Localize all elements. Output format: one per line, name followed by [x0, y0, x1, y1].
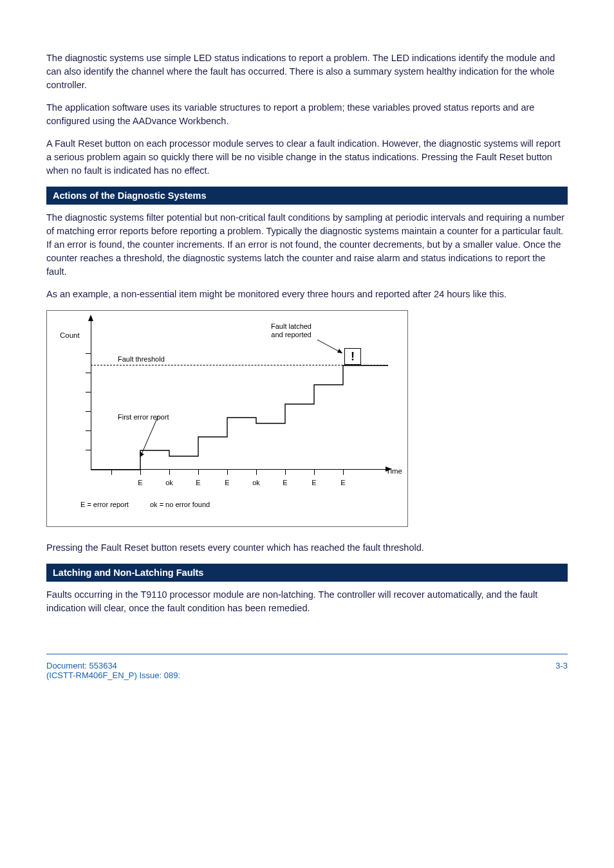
footer-doc-number: Document: 553634 — [46, 661, 180, 670]
heading-latching-faults: Latching and Non-Latching Faults — [46, 564, 568, 582]
body-paragraph: As an example, a non-essential item migh… — [46, 288, 568, 301]
footer-doc-ref: (ICSTT-RM406F_EN_P) Issue: 089: — [46, 670, 180, 680]
body-paragraph: The diagnostic systems filter potential … — [46, 211, 568, 279]
heading-actions-diagnostic: Actions of the Diagnostic Systems — [46, 187, 568, 205]
fault-counter-chart: Count Time Fault threshold Fault latched… — [46, 310, 408, 527]
page-footer: Document: 553634 (ICSTT-RM406F_EN_P) Iss… — [46, 654, 568, 680]
body-paragraph: A Fault Reset button on each processor m… — [46, 137, 568, 178]
body-paragraph: Pressing the Fault Reset button resets e… — [46, 541, 568, 555]
body-paragraph: Faults occurring in the T9110 processor … — [46, 588, 568, 615]
chart-legend: E = error report ok = no error found — [80, 501, 229, 508]
footer-rule — [46, 654, 568, 654]
body-paragraph: The diagnostic systems use simple LED st… — [46, 51, 568, 92]
page-number: 3-3 — [555, 661, 568, 680]
step-line — [91, 365, 388, 470]
legend-e: E = error report — [80, 501, 129, 508]
legend-ok: ok = no error found — [150, 501, 210, 508]
step-line-svg — [47, 311, 407, 526]
body-paragraph: The application software uses its variab… — [46, 101, 568, 128]
